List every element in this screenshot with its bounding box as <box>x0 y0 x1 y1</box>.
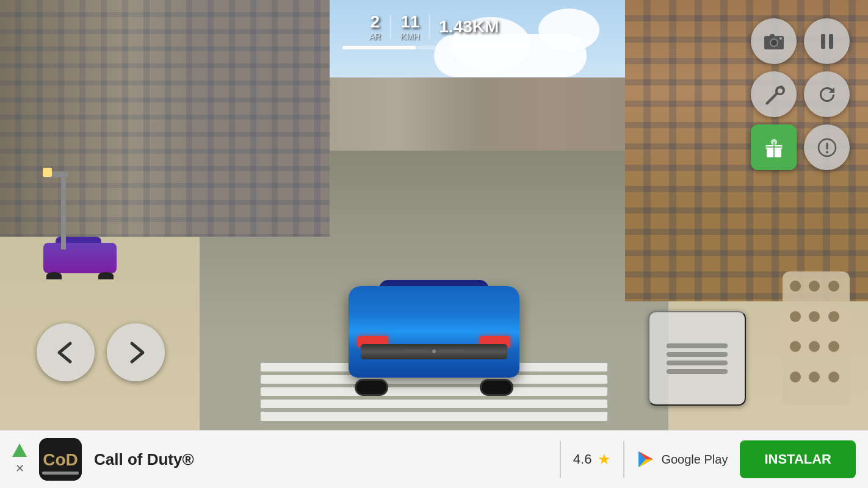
street-light-pole <box>61 176 66 249</box>
ad-close-x[interactable]: ✕ <box>15 462 24 475</box>
ad-play-triangle <box>12 443 27 457</box>
svg-rect-12 <box>826 143 828 149</box>
alert-icon <box>816 137 838 159</box>
svg-point-2 <box>771 40 777 46</box>
wrench-button[interactable] <box>751 71 797 117</box>
pedals-container <box>648 311 746 406</box>
svg-rect-16 <box>42 472 79 475</box>
alert-button[interactable] <box>804 124 850 170</box>
gear-dot-11 <box>809 371 820 382</box>
camera-icon <box>763 30 785 52</box>
ad-store-name: Google Play <box>661 453 728 467</box>
hud-gear-block: 2 AR <box>369 12 381 41</box>
ad-app-icon: CoD <box>39 438 82 481</box>
gear-control[interactable] <box>783 271 850 406</box>
cloud-2-puff2 <box>538 9 599 51</box>
ad-close-container: ✕ <box>12 443 27 475</box>
speed-bar <box>342 46 526 49</box>
hud-distance: 1.43KM <box>439 17 499 37</box>
cod-icon: CoD <box>39 438 82 481</box>
steer-left-button[interactable] <box>37 323 95 381</box>
hud-divider-1 <box>390 15 391 39</box>
svg-point-4 <box>779 37 782 40</box>
steering-controls <box>37 323 165 381</box>
ad-install-button[interactable]: INSTALAR <box>740 440 856 478</box>
reset-button[interactable] <box>804 71 850 117</box>
ad-rating-value: 4.6 <box>573 451 592 467</box>
gear-dot-7 <box>790 341 801 352</box>
brake-pedal-lines <box>667 343 728 374</box>
controls-row-2 <box>751 71 850 117</box>
ad-rating: 4.6 ★ <box>573 451 612 468</box>
controls-row-1 <box>751 18 850 64</box>
ad-divider <box>560 441 561 478</box>
svg-rect-6 <box>829 34 833 49</box>
gift-button[interactable] <box>751 124 797 170</box>
steer-right-icon <box>121 337 151 368</box>
hud-top: 2 AR 11 KMH 1.43KM <box>369 12 499 41</box>
hud-speed-label: KMH <box>400 32 419 41</box>
hud-distance-block: 1.43KM <box>439 17 499 37</box>
gear-dot-10 <box>790 371 801 382</box>
svg-point-13 <box>826 151 828 153</box>
svg-rect-10 <box>765 146 783 148</box>
google-play-icon <box>637 450 655 468</box>
steer-right-button[interactable] <box>107 323 165 381</box>
gift-icon <box>763 137 785 159</box>
hud-gear: 2 <box>371 12 380 32</box>
svg-rect-3 <box>770 34 775 37</box>
car-bumper <box>361 344 507 359</box>
controls-top-right <box>751 18 850 170</box>
hud-gear-label: AR <box>369 32 381 41</box>
gear-dot-8 <box>809 341 820 352</box>
ad-divider-2 <box>623 441 624 478</box>
camera-button[interactable] <box>751 18 797 64</box>
ad-google-play: Google Play <box>637 450 728 468</box>
player-car <box>349 262 519 396</box>
pause-button[interactable] <box>804 18 850 64</box>
svg-rect-5 <box>821 34 825 49</box>
ad-app-name: Call of Duty® <box>94 450 548 469</box>
gear-dot-5 <box>809 311 820 322</box>
steer-left-icon <box>51 337 81 368</box>
game-viewport: 2 AR 11 KMH 1.43KM <box>0 0 868 430</box>
hud-speed: 11 <box>400 12 419 32</box>
gear-dot-4 <box>790 311 801 322</box>
car-left <box>43 237 117 279</box>
ad-bar: ✕ CoD Call of Duty® 4.6 ★ Google Play IN… <box>0 430 868 488</box>
svg-text:CoD: CoD <box>43 450 78 469</box>
pause-icon <box>816 30 838 52</box>
hud-divider-2 <box>429 15 430 39</box>
speed-bar-fill <box>342 46 416 49</box>
controls-row-3 <box>751 124 850 170</box>
gear-dot-6 <box>828 311 839 322</box>
gear-dot-1 <box>790 281 801 292</box>
gear-dot-9 <box>828 341 839 352</box>
reset-icon <box>816 84 838 106</box>
buildings-left <box>0 0 330 237</box>
hud-speed-block: 11 KMH <box>400 12 419 41</box>
svg-rect-9 <box>773 142 775 157</box>
wrench-icon <box>763 84 785 106</box>
gear-dot-2 <box>809 281 820 292</box>
brake-pedal[interactable] <box>648 311 746 406</box>
ad-star: ★ <box>598 451 611 468</box>
gear-dot-3 <box>828 281 839 292</box>
gear-dot-12 <box>828 371 839 382</box>
